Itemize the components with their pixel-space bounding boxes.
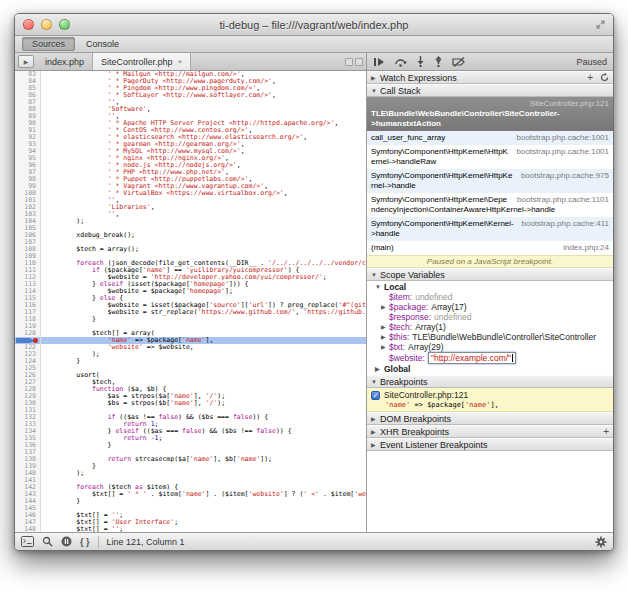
variable-name: $website: [389,353,425,363]
scope-variable[interactable]: $item:undefined [367,292,613,302]
scope-local-group[interactable]: ▼ Local [367,282,613,292]
section-xhr-breakpoints[interactable]: ▶ XHR Breakpoints + [367,425,613,438]
line-number[interactable]: 148 [15,526,41,532]
minimize-window-button[interactable] [41,19,52,30]
call-stack-frame[interactable]: bootstrap.php.cache:1101Symfony\Componen… [367,193,613,217]
scope-variable[interactable]: ▶$this:TLE\Bundle\WebBundle\Controller\S… [367,332,613,342]
code-token: , [241,147,245,155]
scope-variable[interactable]: ▶$tech:Array(1) [367,322,613,332]
file-tab-label: index.php [45,57,84,67]
variable-name: $this: [389,332,409,342]
scope-global-group[interactable]: ▶ Global [367,364,613,374]
line-number[interactable]: 120 [15,330,41,337]
pause-on-exceptions-button[interactable] [61,536,72,547]
call-stack-frame[interactable]: SiteController.php:121TLE\Bundle\WebBund… [367,97,613,131]
editor-pane: ▶ index.php SiteController.php × 83 ' * … [15,53,367,532]
step-into-button[interactable] [416,56,425,67]
frame-location: SiteController.php:121 [377,99,609,109]
code-line[interactable]: 124 } [15,358,366,365]
code-line[interactable]: 108 $tech = array(); [15,246,366,253]
resume-button[interactable] [373,57,385,67]
code-token: 'name' [385,401,410,409]
call-stack-frame[interactable]: index.php:24(main) [367,241,613,255]
code-text: ); [41,470,84,477]
scope-variable[interactable]: ▶$package:Array(17) [367,302,613,312]
code-token: , [272,77,276,85]
close-window-button[interactable] [23,19,34,30]
section-call-stack[interactable]: ▼ Call Stack [367,84,613,97]
code-token: ] . ($item[ [205,490,248,498]
code-token: 'name' [182,490,205,498]
section-watch-expressions[interactable]: ▶ Watch Expressions + [367,71,613,84]
code-line[interactable]: 144 } [15,498,366,505]
step-over-button[interactable] [394,57,407,67]
text-caret [512,354,513,362]
add-xhr-breakpoint-button[interactable]: + [603,427,609,437]
tab-console[interactable]: Console [77,37,128,51]
collapsed-triangle-icon: ▶ [381,332,389,342]
source-editor[interactable]: 83 ' * Mailgun <http://mailgun.com/>',84… [15,71,366,532]
expanded-triangle-icon: ▼ [371,379,380,385]
refresh-watch-button[interactable] [600,73,609,82]
call-stack-frame[interactable]: bootstrap.php.cache:1001call_user_func_a… [367,131,613,145]
call-stack-frame[interactable]: bootstrap.php.cache:1001Symfony\Componen… [367,145,613,169]
variable-value: undefined [415,292,452,302]
debug-toolbar: Paused [367,53,613,71]
section-breakpoints[interactable]: ▼ Breakpoints [367,375,613,388]
step-out-button[interactable] [434,56,443,67]
code-line[interactable]: 136 } [15,442,366,449]
variable-value: Array(17) [431,302,466,312]
code-token: . $item[ [319,490,354,498]
close-tab-icon[interactable]: × [178,57,183,66]
section-label: DOM Breakpoints [380,414,451,424]
frame-location: index.php:24 [563,243,609,253]
scope-variable[interactable]: $website:"http://example.com/" [367,352,613,364]
debugger-sidebar: Paused ▶ Watch Expressions + [367,53,613,532]
search-icon[interactable] [42,536,53,547]
breakpoint-entry[interactable]: ✓ SiteController.php:121 'name' => $pack… [367,388,613,412]
file-tab-bar: ▶ index.php SiteController.php × [15,53,366,71]
settings-gear-button[interactable] [595,536,607,548]
file-tab-sitecontroller-php[interactable]: SiteController.php × [92,53,191,70]
code-token: => $package[ [410,401,465,409]
tab-sources[interactable]: Sources [22,37,75,51]
title-bar: ti-debug – file:///vagrant/web/index.php [15,14,613,36]
add-watch-button[interactable]: + [587,73,593,83]
scope-variable[interactable]: ▶$txt:Array(29) [367,342,613,352]
code-token: 'name' [170,399,193,407]
code-line[interactable]: 140 ); [15,470,366,477]
code-line[interactable]: 106 xdebug_break(); [15,232,366,239]
console-toggle-button[interactable] [21,536,34,547]
frame-function-name: Symfony\Component\HttpKernel\HttpKernel-… [371,147,508,166]
zoom-window-button[interactable] [59,19,70,30]
show-navigator-button[interactable]: ▶ [18,55,34,68]
collapsed-triangle-icon: ▶ [371,441,380,448]
variable-value-input[interactable]: "http://example.com/" [428,352,516,364]
breakpoint-checkbox[interactable]: ✓ [371,391,380,400]
deactivate-breakpoints-button[interactable] [452,57,466,67]
code-line[interactable]: 104 ); [15,218,366,225]
section-scope-variables[interactable]: ▼ Scope Variables [367,268,613,281]
code-token: , [147,105,151,113]
scope-variable[interactable]: $response:undefined [367,312,613,322]
tab-overflow-left-icon[interactable] [345,58,353,66]
code-token: ' * VirtualBox <https://www.virtualbox.o… [108,189,284,197]
collapsed-triangle-icon: ▶ [371,415,380,422]
code-line[interactable]: 118 } [15,316,366,323]
code-token: ]; [225,287,233,295]
pretty-print-button[interactable]: { } [80,537,90,547]
breakpoint-location: SiteController.php:121 [384,390,468,400]
section-dom-breakpoints[interactable]: ▶ DOM Breakpoints [367,412,613,425]
section-event-listener-breakpoints[interactable]: ▶ Event Listener Breakpoints [367,438,613,451]
code-token: ' * SoftLayer <http://www.softlayer.com/… [108,91,272,99]
code-token: ; [119,525,123,532]
code-token: ; [174,518,178,526]
tab-overflow-right-icon[interactable] [355,58,363,66]
call-stack-frame[interactable]: bootstrap.php.cache:975Symfony\Component… [367,169,613,193]
navigator-arrow-icon: ▶ [24,58,29,65]
call-stack-frame[interactable]: bootstrap.php.cache:411Symfony\Component… [367,217,613,241]
tab-console-label: Console [86,39,119,49]
resize-icon[interactable] [595,19,606,30]
code-line[interactable]: 130 $bs = strpos($b['name'], '/'); [15,400,366,407]
file-tab-index-php[interactable]: index.php [37,53,93,70]
